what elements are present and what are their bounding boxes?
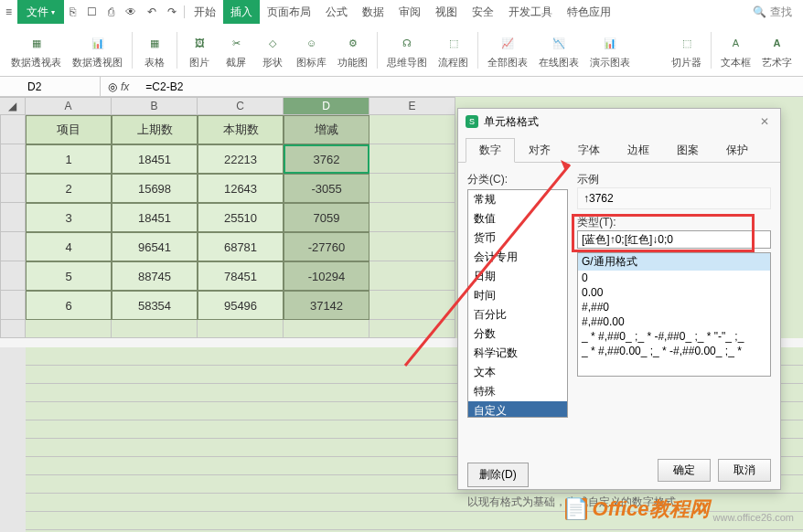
tab-insert[interactable]: 插入 [223,0,260,24]
delete-button[interactable]: 删除(D) [467,463,529,487]
cell[interactable]: 78451 [198,261,284,291]
cell[interactable]: 37142 [284,291,369,320]
cell[interactable] [369,115,455,144]
tab-formula[interactable]: 公式 [318,0,355,24]
list-item[interactable]: 自定义 [468,401,567,418]
tab-start[interactable]: 开始 [187,0,223,24]
wordart-button[interactable]: A艺术字 [756,30,798,69]
save-icon[interactable]: ☐ [81,0,102,24]
cell[interactable] [369,261,455,291]
col-header[interactable]: C [198,97,284,115]
cell[interactable] [369,232,455,261]
cell[interactable]: 12643 [198,174,284,203]
row-header[interactable] [0,232,26,261]
cell[interactable]: 18451 [112,203,198,232]
close-icon[interactable]: ✕ [756,115,773,128]
cell[interactable] [26,320,112,338]
presentchart-button[interactable]: 📊演示图表 [584,30,636,69]
file-menu[interactable]: 文件 ▾ [17,0,64,24]
row-header[interactable] [0,203,26,232]
list-item[interactable]: #,##0.00 [578,314,770,329]
cell[interactable]: -3055 [284,174,369,203]
row-header[interactable] [0,291,26,320]
cell[interactable]: -10294 [284,261,369,291]
redo-icon[interactable]: ↷ [162,0,182,24]
cell[interactable]: 5 [26,261,112,291]
new-icon[interactable]: ⎘ [64,0,81,24]
list-item[interactable]: 科学记数 [468,344,567,363]
list-item[interactable]: 特殊 [468,382,567,401]
row-header[interactable] [0,320,26,338]
cell[interactable] [369,203,455,232]
print-icon[interactable]: ⎙ [102,0,120,24]
cell[interactable]: 95496 [198,291,284,320]
tab-security[interactable]: 安全 [465,0,501,24]
cell[interactable]: 58354 [112,291,198,320]
cell-selected[interactable]: 3762 [284,144,369,174]
list-item[interactable]: 日期 [468,267,567,286]
icons-button[interactable]: ☺图标库 [291,30,332,69]
tab-font[interactable]: 字体 [564,138,614,163]
tab-review[interactable]: 审阅 [391,0,428,24]
tab-align[interactable]: 对齐 [515,138,564,163]
list-item[interactable]: 会计专用 [468,248,567,267]
type-input[interactable] [577,230,771,249]
cell[interactable] [112,320,198,338]
cell[interactable]: 项目 [26,115,112,144]
name-box[interactable]: D2 [0,77,101,96]
mindmap-button[interactable]: ☊思维导图 [381,30,433,69]
cancel-button[interactable]: 取消 [718,459,771,482]
home-icon[interactable]: ≡ [0,0,17,24]
list-item[interactable]: _ * #,##0_ ;_ * -#,##0_ ;_ * "-"_ ;_ [578,329,770,344]
list-item[interactable]: 0 [578,271,770,285]
function-button[interactable]: ⚙功能图 [332,30,373,69]
cell[interactable] [369,174,455,203]
undo-icon[interactable]: ↶ [142,0,162,24]
allcharts-button[interactable]: 📈全部图表 [482,30,533,69]
cell[interactable]: 增减 [284,115,369,144]
formula-input[interactable]: =C2-B2 [140,80,803,93]
cell[interactable]: -27760 [284,232,369,261]
cell[interactable]: 上期数 [112,115,198,144]
tab-border[interactable]: 边框 [614,138,663,163]
row-header[interactable] [0,174,26,203]
shapes-button[interactable]: ◇形状 [254,30,291,69]
col-header[interactable]: D [284,97,369,115]
cell[interactable]: 7059 [284,203,369,232]
screenshot-button[interactable]: ✂截屏 [218,30,254,69]
tab-number[interactable]: 数字 [466,138,515,163]
onlinechart-button[interactable]: 📉在线图表 [533,30,584,69]
picture-button[interactable]: 🖼图片 [181,30,218,69]
list-item[interactable]: 百分比 [468,305,567,325]
row-header[interactable] [0,144,26,174]
cell[interactable] [284,320,369,338]
category-list[interactable]: 常规 数值 货币 会计专用 日期 时间 百分比 分数 科学记数 文本 特殊 自定… [467,189,568,418]
slicer-button[interactable]: ⬚切片器 [666,30,707,69]
textbox-button[interactable]: A文本框 [715,30,756,69]
search-box[interactable]: 🔍 查找 [753,5,792,20]
flowchart-button[interactable]: ⬚流程图 [433,30,474,69]
cell[interactable]: 18451 [112,144,198,174]
target-icon[interactable]: ◎ [108,80,117,93]
select-all-corner[interactable]: ◢ [0,97,26,115]
cell[interactable] [369,144,455,174]
cell[interactable]: 88745 [112,261,198,291]
cell[interactable]: 22213 [198,144,284,174]
list-item[interactable]: #,##0 [578,300,770,314]
list-item[interactable]: 文本 [468,363,567,382]
list-item[interactable]: 时间 [468,286,567,305]
pivotchart-button[interactable]: 📊数据透视图 [67,30,128,69]
tab-special[interactable]: 特色应用 [560,0,618,24]
list-item[interactable]: G/通用格式 [578,253,770,271]
cell[interactable] [369,291,455,320]
col-header[interactable]: E [369,97,455,115]
col-header[interactable]: B [112,97,198,115]
cell[interactable]: 本期数 [198,115,284,144]
tab-layout[interactable]: 页面布局 [260,0,318,24]
pivot-button[interactable]: ▦数据透视表 [5,30,67,69]
fx-icon[interactable]: fx [121,80,129,93]
ok-button[interactable]: 确定 [658,459,711,482]
row-header[interactable] [0,115,26,144]
cell[interactable]: 1 [26,144,112,174]
cell[interactable]: 25510 [198,203,284,232]
